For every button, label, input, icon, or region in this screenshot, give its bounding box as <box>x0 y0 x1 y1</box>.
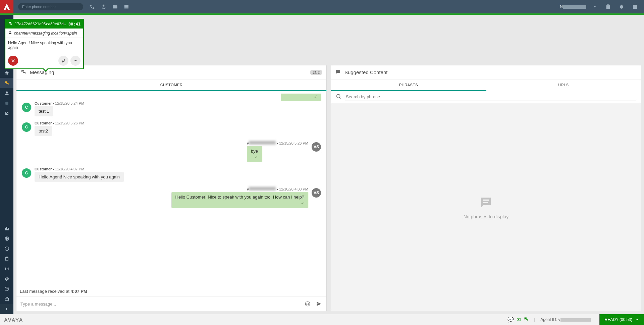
tab-customer[interactable]: CUSTOMER <box>16 79 326 91</box>
svg-rect-7 <box>6 257 8 258</box>
nav-layout[interactable] <box>0 264 13 274</box>
nav-clock[interactable] <box>0 243 13 254</box>
message-time: 12/15/20 5:26 PM <box>55 121 84 125</box>
avatar: C <box>22 122 31 132</box>
nav-help[interactable] <box>0 284 13 294</box>
nav-toolbox[interactable] <box>0 294 13 304</box>
svg-point-10 <box>307 303 307 304</box>
message-sender: v <box>247 141 276 145</box>
message-sender: Customer <box>35 167 52 171</box>
person-icon <box>8 31 12 36</box>
svg-point-1 <box>75 60 76 61</box>
svg-point-11 <box>308 303 309 304</box>
last-received: Last message received at 4:07 PM <box>16 286 326 296</box>
transfer-button[interactable] <box>58 56 68 66</box>
participants-badge[interactable]: 2 <box>310 70 322 75</box>
email-channel-icon: ✉ <box>517 317 521 323</box>
message-input[interactable] <box>20 299 300 309</box>
svg-point-9 <box>305 302 310 306</box>
interaction-id: 17a472d0621a95ca89e03d4c <box>15 22 66 26</box>
message-bubble: bye✓ <box>247 146 262 162</box>
suggested-panel: Suggested Content PHRASES URLS No phrase… <box>331 65 641 311</box>
channel-indicators: 💬 ✉ <box>507 317 529 323</box>
svg-point-2 <box>76 60 77 61</box>
delivery-check-icon: ✓ <box>281 94 321 101</box>
message-bubble: test2 <box>35 126 52 136</box>
message-time: 12/15/20 5:26 PM <box>279 141 308 145</box>
phrases-empty-state: No phrases to display <box>331 103 641 311</box>
message-bubble: Hello Agent! Nice speaking with you agai… <box>35 172 124 182</box>
user-menu-chevron-icon[interactable] <box>590 2 600 12</box>
suggested-icon <box>335 69 341 76</box>
check-icon: ✓ <box>175 201 304 206</box>
dial-icon[interactable] <box>87 2 97 12</box>
screen-icon[interactable] <box>121 2 131 12</box>
message-bubble: Hello Customer! Nice to speak with you a… <box>171 192 308 208</box>
clipboard-icon[interactable] <box>603 2 613 12</box>
nav-stats[interactable] <box>0 223 13 233</box>
nav-calc[interactable] <box>0 254 13 264</box>
tab-urls[interactable]: URLS <box>486 79 641 91</box>
avatar: VS <box>312 188 321 198</box>
message-sender: Customer <box>35 121 52 125</box>
svg-point-0 <box>74 60 74 61</box>
svg-rect-3 <box>5 102 8 105</box>
avatar: C <box>22 168 31 178</box>
brand-logo: AVAYA <box>4 317 23 323</box>
profile-icon[interactable] <box>630 2 640 12</box>
messaging-icon <box>8 21 13 27</box>
user-name: N <box>560 4 586 9</box>
message-row: CCustomer • 12/15/20 5:26 PMtest2 <box>22 121 321 136</box>
nav-messaging[interactable] <box>0 78 13 88</box>
avatar: VS <box>312 142 321 152</box>
message-bubble: test 1 <box>35 106 53 116</box>
tab-phrases[interactable]: PHRASES <box>331 79 486 91</box>
phrase-search-input[interactable] <box>345 93 636 101</box>
chat-body[interactable]: ✓ CCustomer • 12/15/20 5:24 PMtest 1CCus… <box>16 91 326 286</box>
end-interaction-button[interactable] <box>8 56 18 66</box>
check-icon: ✓ <box>251 155 258 160</box>
message-sender: Customer <box>35 101 52 105</box>
redial-icon[interactable] <box>99 2 109 12</box>
avatar: C <box>22 103 31 112</box>
messaging-channel-icon <box>524 317 529 323</box>
messaging-panel: Messaging 2 CUSTOMER ✓ CCustomer • 12/15… <box>16 65 327 311</box>
folder-icon[interactable] <box>110 2 120 12</box>
message-time: 12/18/20 4:07 PM <box>55 167 84 171</box>
app-logo <box>0 0 13 13</box>
nav-settings[interactable] <box>0 274 13 284</box>
message-sender: v <box>247 187 276 191</box>
emoji-icon[interactable] <box>304 300 312 308</box>
message-time: 12/15/20 5:24 PM <box>55 101 84 105</box>
send-icon[interactable] <box>315 300 323 308</box>
bottom-bar: AVAYA 💬 ✉ | Agent ID: v READY (00:53)▼ <box>0 314 644 325</box>
message-row: VSv • 12/15/20 5:26 PMbye✓ <box>22 141 321 162</box>
interaction-timer: 00:41 <box>68 22 80 26</box>
message-row: CCustomer • 12/15/20 5:24 PMtest 1 <box>22 101 321 116</box>
message-row: VSv • 12/18/20 4:08 PMHello Customer! Ni… <box>22 187 321 208</box>
nav-expand[interactable] <box>0 304 13 314</box>
top-bar: N <box>0 0 644 13</box>
interaction-preview: Hello Agent! Nice speaking with you agai… <box>5 38 83 53</box>
nav-globe[interactable] <box>0 233 13 243</box>
agent-status-button[interactable]: READY (00:53)▼ <box>599 314 644 325</box>
interaction-card: 17a472d0621a95ca89e03d4c 00:41 channel=m… <box>5 19 84 69</box>
agent-id: Agent ID: v <box>540 317 590 322</box>
message-time: 12/18/20 4:08 PM <box>279 187 308 191</box>
nav-disabled <box>0 98 13 108</box>
suggested-title: Suggested Content <box>344 69 387 75</box>
interaction-attrs: channel=messaging location=spain <box>14 31 77 36</box>
nav-home[interactable] <box>0 68 13 78</box>
more-actions-button[interactable] <box>70 56 80 66</box>
nav-contacts[interactable] <box>0 88 13 98</box>
nav-screenpop[interactable] <box>0 108 13 118</box>
search-icon <box>336 94 342 101</box>
chat-channel-icon: 💬 <box>507 317 514 323</box>
phone-input[interactable] <box>18 3 83 10</box>
messaging-icon <box>20 69 26 76</box>
bell-icon[interactable] <box>616 2 627 12</box>
message-row: CCustomer • 12/18/20 4:07 PMHello Agent!… <box>22 167 321 182</box>
